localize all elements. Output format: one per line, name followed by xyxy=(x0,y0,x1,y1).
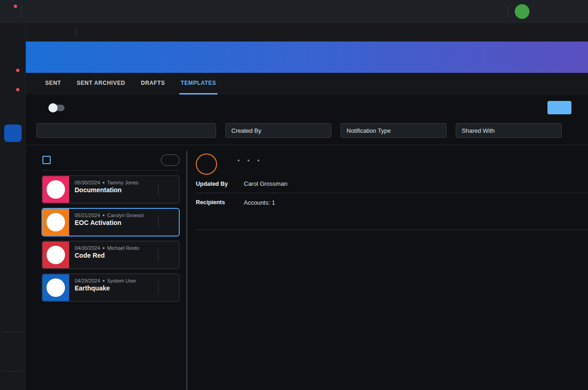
building-icon xyxy=(8,355,18,366)
menu-icon xyxy=(6,6,16,17)
tab-label: TEMPLATES xyxy=(181,80,216,86)
megaphone-icon xyxy=(554,104,561,112)
create-template-button[interactable] xyxy=(547,101,571,114)
template-list-panel: 05/30/2024●Tammy Jones Documentation 05/… xyxy=(41,151,180,390)
home-settings-icon[interactable] xyxy=(458,6,469,17)
pin-button[interactable] xyxy=(158,282,179,294)
template-card[interactable]: 04/30/2024●Michael Resto Code Red xyxy=(41,241,180,269)
avatar[interactable] xyxy=(515,4,529,19)
notifications-bell-icon[interactable] xyxy=(475,6,486,17)
dashboard-icon xyxy=(8,50,18,60)
card-delivery-icons xyxy=(75,195,158,202)
caret-down-icon xyxy=(47,313,54,320)
previous-page-button[interactable] xyxy=(151,312,159,320)
card-author: Carolyn Groessl xyxy=(107,213,144,218)
broadcast-icon xyxy=(50,249,61,260)
pin-icon xyxy=(164,185,173,194)
left-rail xyxy=(0,23,26,390)
inbox-icon xyxy=(85,228,91,235)
sidebar-item-dashboards[interactable] xyxy=(0,46,25,65)
detail-field-row: RecipientsAccounts: 1 xyxy=(196,193,588,212)
search-box xyxy=(36,123,216,138)
contact-icon xyxy=(8,147,18,157)
send-button[interactable] xyxy=(556,158,565,167)
email-icon xyxy=(75,294,81,300)
tab-sent-archived[interactable]: SENT ARCHIVED xyxy=(75,73,126,95)
sidebar-item-files[interactable] xyxy=(0,162,25,182)
rail-top-items xyxy=(0,27,25,182)
pin-icon xyxy=(164,283,173,292)
filter-dropdown-shared-with[interactable]: Shared With xyxy=(456,123,562,138)
dropdown-label: Shared With xyxy=(462,127,549,134)
home-icon xyxy=(8,30,18,41)
search-input[interactable] xyxy=(55,127,210,134)
filter-dropdown-notification-type[interactable]: Notification Type xyxy=(341,123,447,138)
sidebar-item-network[interactable] xyxy=(0,332,25,352)
page-size-select[interactable] xyxy=(46,313,54,320)
card-date: 05/30/2024 xyxy=(75,180,100,185)
sidebar-item-organization[interactable] xyxy=(0,352,25,371)
folder-icon xyxy=(8,166,18,176)
info-icon[interactable] xyxy=(226,157,234,164)
double-chevron-right-icon xyxy=(8,376,18,385)
sidebar-item-notifications[interactable] xyxy=(0,124,25,143)
filter-bar: Created By Notification Type Shared With xyxy=(36,121,588,145)
pin-icon xyxy=(164,250,173,260)
pin-button[interactable] xyxy=(158,216,179,228)
email-icon xyxy=(75,228,81,235)
settings-icon[interactable] xyxy=(491,6,502,17)
notification-badge xyxy=(16,88,19,91)
hub-icon xyxy=(50,217,61,228)
select-all-checkbox[interactable] xyxy=(42,156,51,164)
card-delivery-icons xyxy=(75,228,158,235)
sidebar-item-integrations[interactable] xyxy=(0,104,25,124)
template-cards: 05/30/2024●Tammy Jones Documentation 05/… xyxy=(41,175,180,302)
template-color-tile xyxy=(42,274,69,301)
sort-dropdown[interactable] xyxy=(161,154,180,166)
field-label: Recipients xyxy=(196,199,244,206)
dropdown-label: Notification Type xyxy=(347,127,434,134)
tab-templates[interactable]: TEMPLATES xyxy=(179,73,218,95)
card-title: Documentation xyxy=(75,186,158,194)
filter-dropdown-created-by[interactable]: Created By xyxy=(225,123,331,138)
pin-button[interactable] xyxy=(158,249,179,261)
help-icon[interactable] xyxy=(441,6,453,17)
template-card[interactable]: 05/30/2024●Tammy Jones Documentation xyxy=(41,175,180,204)
page-header xyxy=(26,41,588,73)
workspace-tab-us-3d[interactable] xyxy=(41,28,68,37)
delivery-method-row xyxy=(196,212,588,230)
close-icon[interactable] xyxy=(59,28,68,37)
card-title: Earthquake xyxy=(75,284,158,292)
tab-sent[interactable]: SENT xyxy=(44,73,62,95)
menu-toggle-button[interactable] xyxy=(0,6,21,17)
inbox-icon xyxy=(85,261,91,267)
more-button[interactable] xyxy=(572,158,582,167)
sidebar-item-maps[interactable] xyxy=(0,65,25,85)
rail-expand-button[interactable] xyxy=(0,372,25,390)
edit-button[interactable] xyxy=(539,158,548,167)
template-color-tile xyxy=(42,242,69,268)
pin-button[interactable] xyxy=(158,183,179,195)
show-pinned-toggle[interactable] xyxy=(49,105,65,111)
detail-scrollbar[interactable] xyxy=(186,151,188,390)
topbar-divider xyxy=(508,6,508,18)
card-delivery-icons xyxy=(75,294,158,300)
megaphone-icon xyxy=(8,128,18,138)
app-logo-icon xyxy=(29,6,41,18)
email-icon xyxy=(75,261,81,267)
card-title: EOC Activation xyxy=(75,219,158,226)
caret-down-icon xyxy=(169,157,176,164)
sidebar-item-home[interactable] xyxy=(0,27,25,46)
sidebar-item-contacts[interactable] xyxy=(0,143,25,162)
text-icon xyxy=(95,228,101,235)
tab-label: SENT ARCHIVED xyxy=(76,80,125,86)
detail-meta: ● ● ● xyxy=(223,157,263,164)
template-card[interactable]: 05/21/2024●Carolyn Groessl EOC Activatio… xyxy=(41,208,180,236)
sidebar-item-situation-display[interactable] xyxy=(0,85,25,104)
card-date: 05/21/2024 xyxy=(75,213,100,218)
topbar-right xyxy=(441,0,535,23)
tab-drafts[interactable]: DRAFTS xyxy=(140,73,166,95)
next-page-button[interactable] xyxy=(168,312,176,320)
rail-bottom xyxy=(0,332,25,390)
template-card[interactable]: 04/29/2024●System User Earthquake xyxy=(41,273,180,302)
